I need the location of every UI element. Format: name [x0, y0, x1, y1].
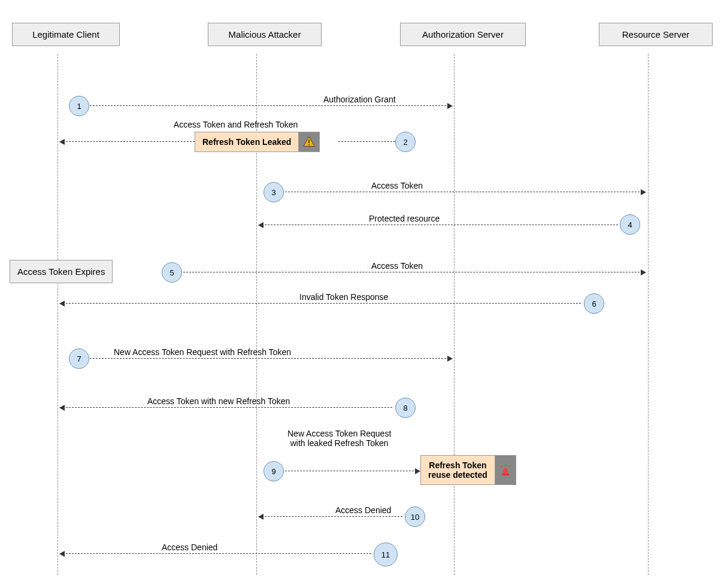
arrow-1 — [90, 105, 452, 106]
step-6: 6 — [584, 293, 604, 314]
arrow-2-left — [60, 141, 195, 142]
label-10: Access Denied — [335, 505, 391, 515]
note-leaked: Refresh Token Leaked — [195, 132, 320, 152]
arrow-4 — [259, 225, 618, 225]
arrow-2-right — [338, 141, 395, 142]
arrow-7 — [90, 358, 452, 359]
note-leaked-text: Refresh Token Leaked — [195, 132, 299, 152]
participant-resource-server: Resource Server — [599, 23, 713, 46]
step-3: 3 — [263, 182, 284, 202]
step-10: 10 — [405, 507, 425, 527]
arrow-9 — [285, 471, 420, 471]
participant-attacker: Malicious Attacker — [208, 23, 322, 46]
step-8: 8 — [395, 398, 416, 418]
svg-line-4 — [501, 466, 502, 467]
lifeline-client — [57, 54, 58, 575]
arrow-8 — [60, 407, 392, 408]
label-3: Access Token — [371, 181, 423, 190]
step-4: 4 — [620, 214, 640, 235]
step-1: 1 — [69, 96, 89, 116]
svg-line-5 — [509, 466, 510, 467]
label-8: Access Token with new Refresh Token — [147, 396, 290, 406]
step-2: 2 — [395, 132, 416, 152]
lifeline-resource — [648, 54, 649, 575]
svg-rect-2 — [502, 474, 509, 475]
label-11: Access Denied — [162, 542, 217, 552]
arrow-3 — [285, 192, 646, 192]
label-1: Authorization Grant — [323, 95, 396, 104]
step-9: 9 — [263, 461, 284, 481]
note-detected-text: Refresh Token reuse detected — [420, 455, 495, 485]
label-9: New Access Token Request with leaked Ref… — [287, 429, 391, 448]
arrow-5 — [183, 272, 646, 272]
alarm-icon — [495, 455, 516, 485]
label-7: New Access Token Request with Refresh To… — [114, 347, 291, 357]
sequence-diagram: Legitimate Client Malicious Attacker Aut… — [0, 0, 721, 588]
step-7: 7 — [69, 348, 89, 369]
step-11: 11 — [374, 542, 398, 566]
label-5: Access Token — [371, 261, 423, 271]
participant-auth-server: Authorization Server — [400, 23, 526, 46]
lifeline-auth — [454, 54, 455, 575]
note-detected: Refresh Token reuse detected — [420, 455, 516, 485]
step-5: 5 — [162, 262, 182, 283]
svg-rect-0 — [308, 140, 310, 143]
svg-rect-1 — [308, 144, 310, 146]
label-2a: Access Token and Refresh Token — [174, 120, 298, 129]
label-4: Protected resource — [369, 214, 440, 223]
event-expires: Access Token Expires — [10, 260, 113, 283]
arrow-11 — [60, 553, 371, 554]
warning-icon — [299, 132, 320, 152]
label-6: Invalid Token Response — [299, 292, 388, 302]
arrow-6 — [60, 303, 581, 304]
participant-client: Legitimate Client — [12, 23, 120, 46]
arrow-10 — [259, 516, 402, 517]
